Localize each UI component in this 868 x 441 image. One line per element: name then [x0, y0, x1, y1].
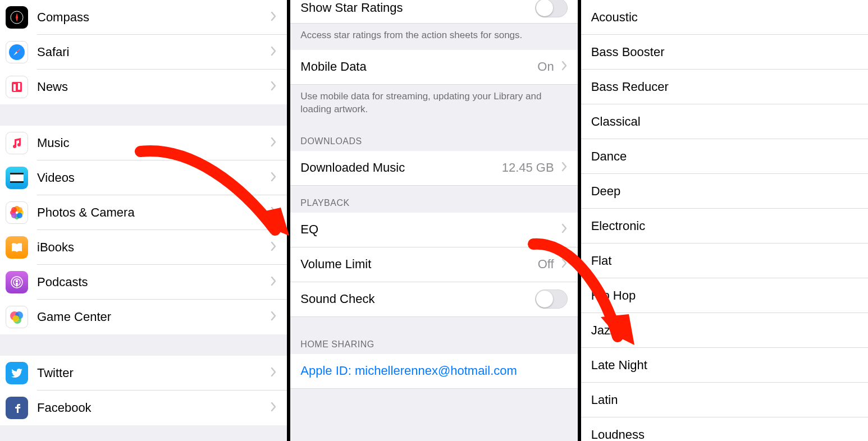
- apple-id-row[interactable]: Apple ID: michellerennex@hotmail.com: [290, 354, 577, 389]
- eq-option-bass-booster[interactable]: Bass Booster: [581, 35, 868, 70]
- eq-option-label: Loudness: [591, 428, 858, 442]
- row-label: Facebook: [37, 401, 267, 415]
- playback-header: PLAYBACK: [290, 186, 577, 213]
- svg-point-17: [17, 213, 22, 218]
- news-icon: [6, 76, 28, 98]
- gamecenter-icon: [6, 306, 28, 328]
- sound-check-row[interactable]: Sound Check: [290, 282, 577, 317]
- eq-option-loudness[interactable]: Loudness: [581, 417, 868, 441]
- twitter-icon: [6, 362, 28, 384]
- chevron-right-icon: [561, 162, 568, 174]
- compass-icon: [6, 6, 28, 29]
- row-label: Show Star Ratings: [300, 1, 534, 15]
- row-label: Photos & Camera: [37, 205, 267, 220]
- settings-row-ibooks[interactable]: iBooks: [0, 230, 287, 265]
- eq-option-jazz[interactable]: Jazz: [581, 313, 868, 348]
- row-value: On: [537, 59, 554, 74]
- eq-option-label: Classical: [591, 114, 858, 129]
- section-gap: [0, 104, 287, 126]
- eq-option-label: Acoustic: [591, 10, 858, 25]
- downloaded-music-row[interactable]: Downloaded Music 12.45 GB: [290, 151, 577, 186]
- music-settings-panel: Show Star Ratings Access star ratings fr…: [290, 0, 581, 441]
- settings-row-photos[interactable]: Photos & Camera: [0, 195, 287, 230]
- eq-option-acoustic[interactable]: Acoustic: [581, 0, 868, 35]
- settings-row-compass[interactable]: Compass: [0, 0, 287, 35]
- settings-list-panel: Compass Safari News Music: [0, 0, 290, 441]
- row-label: Safari: [37, 45, 267, 59]
- eq-option-electronic[interactable]: Electronic: [581, 209, 868, 244]
- row-label: Podcasts: [37, 275, 267, 290]
- chevron-right-icon: [270, 276, 277, 289]
- row-label: EQ: [300, 222, 557, 237]
- svg-point-25: [12, 315, 19, 322]
- volume-limit-row[interactable]: Volume Limit Off: [290, 247, 577, 282]
- chevron-right-icon: [270, 402, 277, 415]
- show-star-ratings-toggle[interactable]: [535, 0, 568, 17]
- settings-row-gamecenter[interactable]: Game Center: [0, 300, 287, 334]
- eq-option-latin[interactable]: Latin: [581, 383, 868, 417]
- eq-option-label: Flat: [591, 254, 858, 268]
- chevron-right-icon: [561, 258, 568, 271]
- svg-point-18: [11, 213, 17, 218]
- eq-option-deep[interactable]: Deep: [581, 174, 868, 209]
- settings-row-twitter[interactable]: Twitter: [0, 356, 287, 391]
- svg-rect-7: [18, 83, 20, 90]
- chevron-right-icon: [270, 367, 277, 380]
- settings-row-facebook[interactable]: Facebook: [0, 391, 287, 425]
- eq-options-panel: AcousticBass BoosterBass ReducerClassica…: [581, 0, 868, 441]
- eq-option-label: Bass Booster: [591, 45, 858, 59]
- settings-row-videos[interactable]: Videos: [0, 160, 287, 195]
- sound-check-toggle[interactable]: [535, 290, 568, 309]
- chevron-right-icon: [270, 11, 277, 24]
- row-label: News: [37, 80, 267, 94]
- row-label: Videos: [37, 171, 267, 185]
- eq-option-flat[interactable]: Flat: [581, 244, 868, 278]
- eq-option-label: Hip Hop: [591, 288, 858, 303]
- home-sharing-header: HOME SHARING: [290, 317, 577, 354]
- downloads-header: DOWNLOADS: [290, 124, 577, 151]
- photos-icon: [6, 201, 28, 224]
- chevron-right-icon: [270, 81, 277, 94]
- svg-point-15: [11, 207, 17, 213]
- row-value: 12.45 GB: [502, 160, 554, 175]
- eq-option-classical[interactable]: Classical: [581, 104, 868, 139]
- svg-rect-6: [13, 84, 16, 91]
- chevron-right-icon: [270, 172, 277, 185]
- svg-marker-1: [16, 13, 18, 22]
- row-label: Volume Limit: [300, 257, 537, 272]
- eq-option-late-night[interactable]: Late Night: [581, 348, 868, 383]
- eq-option-bass-reducer[interactable]: Bass Reducer: [581, 70, 868, 104]
- chevron-right-icon: [270, 311, 277, 324]
- chevron-right-icon: [270, 241, 277, 254]
- row-label: Sound Check: [300, 292, 534, 306]
- eq-option-label: Jazz: [591, 323, 858, 338]
- chevron-right-icon: [270, 206, 277, 219]
- svg-point-21: [16, 280, 18, 282]
- safari-icon: [6, 41, 28, 63]
- videos-icon: [6, 167, 28, 189]
- settings-row-safari[interactable]: Safari: [0, 35, 287, 70]
- ibooks-icon: [6, 236, 28, 259]
- facebook-icon: [6, 397, 28, 419]
- row-label: Music: [37, 136, 267, 150]
- row-label: iBooks: [37, 240, 267, 255]
- show-star-ratings-row[interactable]: Show Star Ratings: [290, 0, 577, 24]
- row-label: Compass: [37, 10, 267, 25]
- svg-rect-9: [10, 173, 24, 174]
- apple-id-label: Apple ID: michellerennex@hotmail.com: [300, 364, 567, 378]
- eq-option-label: Late Night: [591, 358, 858, 373]
- settings-row-podcasts[interactable]: Podcasts: [0, 265, 287, 300]
- svg-point-16: [17, 207, 22, 213]
- row-value: Off: [538, 257, 554, 272]
- eq-option-dance[interactable]: Dance: [581, 139, 868, 174]
- row-label: Game Center: [37, 310, 267, 324]
- mobile-data-row[interactable]: Mobile Data On: [290, 50, 577, 85]
- star-ratings-footer: Access star ratings from the action shee…: [290, 24, 577, 50]
- podcasts-icon: [6, 271, 28, 293]
- eq-option-label: Electronic: [591, 219, 858, 233]
- chevron-right-icon: [270, 137, 277, 150]
- settings-row-news[interactable]: News: [0, 70, 287, 104]
- eq-row[interactable]: EQ: [290, 213, 577, 247]
- eq-option-hip-hop[interactable]: Hip Hop: [581, 278, 868, 313]
- settings-row-music[interactable]: Music: [0, 126, 287, 160]
